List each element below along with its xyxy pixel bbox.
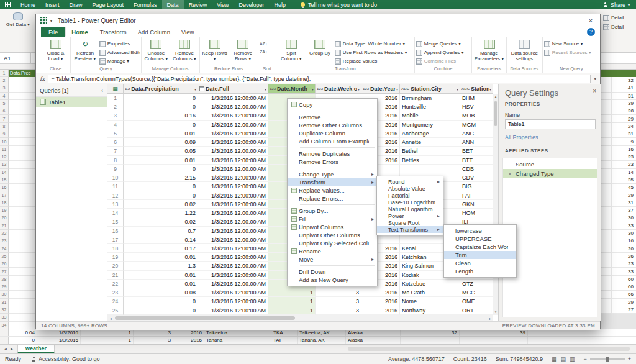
excel-cell[interactable] [9,146,35,153]
grid-cell[interactable]: 1/3/2016 12:00:00 AM [198,102,268,111]
excel-cell[interactable] [9,138,35,145]
grid-cell[interactable]: Bethel [400,147,460,155]
excel-row-header[interactable]: 2 [0,77,9,84]
refresh-preview-button[interactable]: ↻ Refresh Preview ▾ [72,39,98,65]
filter-dropdown-icon[interactable]: ▾ [312,87,314,91]
grid-cell[interactable]: 0.16 [124,111,198,120]
excel-row-header[interactable]: 10 [0,138,9,145]
text-transforms-submenu-item-trim[interactable]: Trim [444,251,516,259]
excel-row-header[interactable]: 25 [0,253,9,260]
excel-cell[interactable] [9,283,35,291]
delete-step-icon[interactable]: × [507,171,513,177]
excel-cell[interactable] [9,130,35,138]
advanced-editor-button[interactable]: Advanced Editor [99,48,140,57]
excel-row-header[interactable]: 24 [0,245,9,253]
excel-cell[interactable] [9,100,35,107]
excel-cell[interactable]: 35 [612,176,636,184]
row-number[interactable]: 18 [107,244,124,253]
excel-row-header[interactable]: 31 [0,299,9,306]
append-queries-button[interactable]: Append Queries ▾ [416,48,464,57]
combine-files-button[interactable]: Combine Files [416,57,464,65]
grid-cell[interactable]: 1/3/2016 12:00:00 AM [198,182,268,191]
excel-cell[interactable]: 3 [134,329,173,336]
grid-cell[interactable]: 1/3/2016 12:00:00 AM [198,253,268,262]
excel-row-header[interactable]: 9 [0,130,9,138]
row-number[interactable]: 19 [107,253,124,262]
excel-cell[interactable]: 14 [612,169,636,176]
grid-cell[interactable]: 1 [268,306,316,315]
grid-cell[interactable]: 1/3/2016 12:00:00 AM [198,271,268,280]
grid-cell[interactable]: 1/3/2016 12:00:00 AM [198,262,268,270]
help-button[interactable]: ? [587,28,595,36]
context-menu-item-add-column-from-examples[interactable]: Add Column From Examples... [288,137,377,145]
tab-view[interactable]: View [176,27,199,37]
excel-cell[interactable] [9,299,35,306]
excel-cell[interactable] [601,291,612,298]
grid-vertical-scrollbar[interactable]: ▴ ▾ [493,94,498,315]
excel-row-header[interactable]: 29 [0,283,9,291]
zoom-slider[interactable] [590,358,625,360]
grid-cell[interactable]: 1.3 [124,262,198,270]
grid-cell[interactable]: 0 [124,102,198,111]
transform-submenu-item-base-10-logarithm[interactable]: Base-10 Logarithm [377,199,443,206]
grid-cell[interactable]: Anchorage [400,129,460,138]
transform-submenu-item-round[interactable]: Round▸ [377,178,443,185]
excel-cell[interactable]: TKA [271,329,298,336]
grid-cell[interactable]: 2016 [361,306,400,315]
grid-cell[interactable]: FAI [460,191,493,200]
page-layout-view-icon[interactable]: ▤ [560,356,566,362]
excel-cell[interactable] [9,245,35,253]
excel-cell[interactable] [601,169,612,176]
grid-cell[interactable]: 0.01 [124,253,198,262]
zoom-in-button[interactable]: + [628,356,631,362]
row-number[interactable]: 14 [107,209,124,217]
applied-step-source[interactable]: Source [503,160,597,169]
grid-cell[interactable]: MCG [460,288,493,297]
excel-cell[interactable]: 60 [612,276,636,283]
excel-cell[interactable]: 23 [612,153,636,161]
row-number[interactable]: 12 [107,191,124,200]
grid-horizontal-scrollbar[interactable]: ◂ ▸ [107,315,493,321]
excel-cell[interactable] [601,245,612,253]
excel-cell[interactable] [9,268,35,275]
grid-cell[interactable]: 1/3/2016 12:00:00 AM [198,235,268,244]
excel-cell[interactable] [601,184,612,191]
excel-cell[interactable] [9,314,35,321]
excel-cell[interactable]: 66 [612,291,636,298]
excel-row-header[interactable]: 11 [0,146,9,153]
excel-cell[interactable]: Tanana [204,337,271,344]
grid-cell[interactable]: 0.02 [124,217,198,226]
grid-cell[interactable]: Annette [400,138,460,147]
all-properties-link[interactable]: All Properties [505,134,538,140]
grid-cell[interactable]: 0.01 [124,280,198,288]
excel-cell[interactable] [601,138,612,145]
window-title-bar[interactable]: ▾ Table1 - Power Query Editor × [36,14,600,27]
excel-cell[interactable]: 16 [612,146,636,153]
excel-ribbon-tab-page-layout[interactable]: Page Layout [88,0,129,9]
grid-cell[interactable]: 2.15 [124,173,198,182]
transform-submenu-item-text-transforms[interactable]: Text Transforms▸ [377,226,443,233]
excel-ribbon-tab-help[interactable]: Help [270,0,291,9]
excel-row-header[interactable]: 23 [0,237,9,245]
excel-row-header[interactable] [0,337,9,344]
excel-cell[interactable] [9,169,35,176]
filter-dropdown-icon[interactable]: ▾ [489,87,491,91]
excel-cell[interactable] [9,322,35,329]
excel-cell[interactable]: 1/3/2016 [37,329,81,336]
excel-ribbon-tab-data[interactable]: Data [162,0,184,9]
split-column-button[interactable]: Split Column ▾ [278,39,305,65]
excel-cell[interactable]: 1/3/2016 [37,337,81,344]
excel-cell[interactable] [601,130,612,138]
grid-cell[interactable]: Birmingham [400,94,460,102]
expand-formula-icon[interactable]: ▾ [594,76,596,81]
applied-step-changed-type[interactable]: ×Changed Type [503,169,597,178]
recent-sources-button[interactable]: Recent Sources ▾ [544,48,591,57]
excel-cell[interactable] [9,207,35,214]
excel-row-header[interactable]: 15 [0,176,9,184]
column-header-station-c[interactable]: ABCStation.C▾ [460,84,493,93]
excel-row-header[interactable]: 7 [0,115,9,122]
text-transforms-submenu-item-uppercase[interactable]: UPPERCASE [444,235,516,243]
excel-row-header[interactable]: 19 [0,207,9,214]
row-number[interactable]: 8 [107,156,124,165]
excel-cell[interactable] [9,253,35,260]
